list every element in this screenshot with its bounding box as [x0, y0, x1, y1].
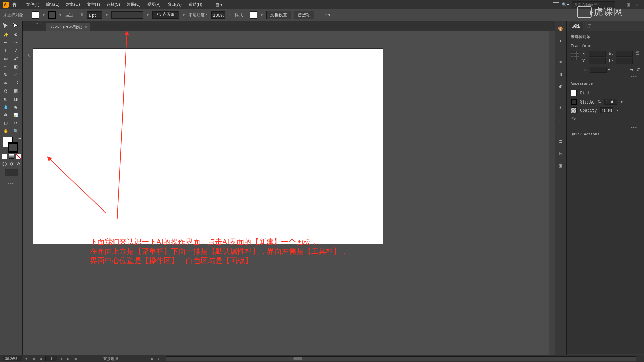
draw-normal-icon[interactable]: ◯	[2, 161, 7, 166]
angle-dropdown-icon[interactable]: ▾	[608, 67, 610, 72]
stroke-swatch[interactable]	[48, 11, 56, 19]
fill-dropdown-icon[interactable]: ▾	[42, 11, 46, 19]
scroll-right-icon[interactable]: ›	[639, 357, 641, 361]
reference-point-selector[interactable]	[571, 51, 579, 60]
appearance-stroke-swatch[interactable]	[571, 99, 577, 105]
swatches-panel-icon[interactable]: ▲	[557, 37, 565, 45]
prev-artboard-icon[interactable]: ◀	[39, 357, 43, 361]
type-tool-icon[interactable]: T	[1, 47, 11, 55]
menu-edit[interactable]: 编辑(E)	[43, 0, 63, 9]
gradient-tool-icon[interactable]: ◨	[11, 95, 21, 103]
flip-v-icon[interactable]: ⇵	[637, 67, 640, 72]
style-swatch[interactable]	[250, 11, 257, 19]
h-input[interactable]	[616, 58, 633, 64]
align-icon[interactable]: ⊩≡ ▾	[322, 13, 330, 17]
mesh-tool-icon[interactable]: ⊞	[1, 95, 11, 103]
angle-input[interactable]	[590, 67, 607, 73]
pen-tool-icon[interactable]: ✒	[1, 39, 11, 47]
stroke-panel-icon[interactable]: ≡	[557, 59, 565, 66]
direct-selection-tool-icon[interactable]	[11, 22, 21, 31]
zoom-tool-icon[interactable]: 🔍	[11, 127, 21, 135]
minimize-icon[interactable]: —	[618, 2, 624, 7]
last-artboard-icon[interactable]: ⏭	[73, 357, 78, 361]
draw-behind-icon[interactable]: ◑	[10, 161, 13, 166]
home-icon[interactable]	[11, 2, 17, 8]
variable-width-profile[interactable]	[111, 11, 143, 19]
tab-properties[interactable]: 属性	[569, 22, 583, 31]
status-play-icon[interactable]: ▶	[150, 357, 154, 361]
symbol-sprayer-tool-icon[interactable]: ✲	[1, 111, 11, 119]
artboard-dropdown-icon[interactable]: ▾	[60, 357, 63, 361]
brush-input[interactable]: • 3 点圆形	[152, 11, 179, 19]
hand-tool-icon[interactable]: ✋	[1, 127, 11, 135]
swap-fill-stroke-icon[interactable]: ⇄	[18, 137, 21, 141]
preferences-button[interactable]: 首选项	[294, 11, 314, 19]
brush-dropdown-icon[interactable]: ▾	[182, 11, 186, 19]
lasso-tool-icon[interactable]: ⟲	[11, 31, 21, 39]
graphic-styles-panel-icon[interactable]: ⬚	[557, 116, 565, 124]
scale-tool-icon[interactable]: ⤢	[11, 71, 21, 79]
stroke-stepper-icon[interactable]: ⇅	[80, 11, 84, 19]
w-input[interactable]	[616, 51, 633, 57]
blend-tool-icon[interactable]: ◉	[11, 103, 21, 111]
stroke-stepper-icon[interactable]: ⇅	[598, 99, 601, 104]
stroke-color-box[interactable]	[8, 142, 18, 153]
fill-stroke-indicator[interactable]: ⇄	[1, 136, 22, 153]
tab-libraries[interactable]: 库	[584, 22, 595, 31]
artboard-tool-icon[interactable]: ▢	[1, 119, 11, 127]
appearance-opacity-input[interactable]	[600, 107, 613, 113]
flip-h-icon[interactable]: ⇋	[630, 67, 633, 72]
opacity-input[interactable]	[211, 11, 225, 19]
menu-help[interactable]: 帮助(H)	[185, 0, 206, 9]
color-mode-gradient[interactable]	[9, 154, 14, 159]
search-icon[interactable]: 🔍▾	[562, 2, 569, 7]
layers-panel-icon[interactable]: ≣	[557, 138, 565, 145]
x-input[interactable]	[589, 51, 606, 57]
rectangle-tool-icon[interactable]: ▭	[1, 55, 11, 63]
arrange-icon[interactable]: ▦ ▾	[212, 1, 226, 8]
appearance-opacity-swatch[interactable]	[571, 107, 577, 113]
opacity-dropdown-icon[interactable]: ›	[228, 11, 232, 19]
shape-builder-tool-icon[interactable]: ◔	[1, 87, 11, 95]
artboard-number-input[interactable]: 1	[45, 356, 57, 361]
zoom-level-input[interactable]: 36.26%	[3, 356, 22, 361]
appearance-fill-swatch[interactable]	[571, 90, 577, 96]
graph-tool-icon[interactable]: 📊	[11, 111, 21, 119]
stroke-weight-dropdown-icon[interactable]: ▾	[105, 11, 109, 19]
rotate-tool-icon[interactable]: ↻	[1, 71, 11, 79]
menu-file[interactable]: 文件(F)	[23, 0, 43, 9]
selection-tool-icon[interactable]	[1, 22, 11, 31]
paintbrush-tool-icon[interactable]: 🖌	[11, 55, 21, 63]
eraser-tool-icon[interactable]: ◧	[11, 63, 21, 71]
first-artboard-icon[interactable]: ⏮	[31, 357, 36, 361]
eyedropper-tool-icon[interactable]: 💧	[1, 103, 11, 111]
y-input[interactable]	[589, 58, 606, 64]
artboards-panel-icon[interactable]: ▣	[557, 162, 565, 169]
stroke-dd-icon[interactable]: ▾	[621, 99, 623, 104]
maximize-icon[interactable]: ▣	[627, 2, 633, 7]
draw-inside-icon[interactable]: ⊙	[17, 161, 20, 166]
gradient-panel-icon[interactable]: ◨	[557, 71, 565, 78]
link-wh-icon[interactable]: ⛓	[636, 51, 640, 55]
fx-label[interactable]: fx.	[571, 117, 578, 121]
asset-export-panel-icon[interactable]: ⎘	[557, 150, 565, 157]
color-mode-solid[interactable]	[2, 154, 7, 159]
tab-close-mini-icon[interactable]: « ×	[36, 22, 41, 25]
viewport-icon[interactable]	[553, 2, 559, 7]
canvas-area[interactable]: ↖ 下面我们来认识一下AI的操作界面，点击AI界面的【新建】一个画板， 在界面上…	[23, 31, 555, 355]
color-mode-none[interactable]	[16, 154, 21, 159]
next-artboard-icon[interactable]: ▶	[66, 357, 70, 361]
perspective-tool-icon[interactable]: ▦	[11, 87, 21, 95]
stroke-dropdown-icon[interactable]: ▾	[58, 11, 62, 19]
width-tool-icon[interactable]: ≋	[1, 79, 11, 87]
appearance-more-icon[interactable]: •••	[571, 125, 640, 130]
stroke-weight-input[interactable]	[87, 11, 102, 19]
appearance-panel-icon[interactable]: ☀	[557, 104, 565, 112]
menu-select[interactable]: 选择(S)	[103, 0, 123, 9]
slice-tool-icon[interactable]: ✂	[11, 119, 21, 127]
toolbox-more-icon[interactable]: •••	[1, 181, 22, 186]
transparency-panel-icon[interactable]: ◐	[557, 83, 565, 90]
opacity-popup-icon[interactable]: ›	[616, 108, 618, 113]
horizontal-scrollbar[interactable]	[166, 356, 636, 361]
magic-wand-tool-icon[interactable]: ✨	[1, 31, 11, 39]
